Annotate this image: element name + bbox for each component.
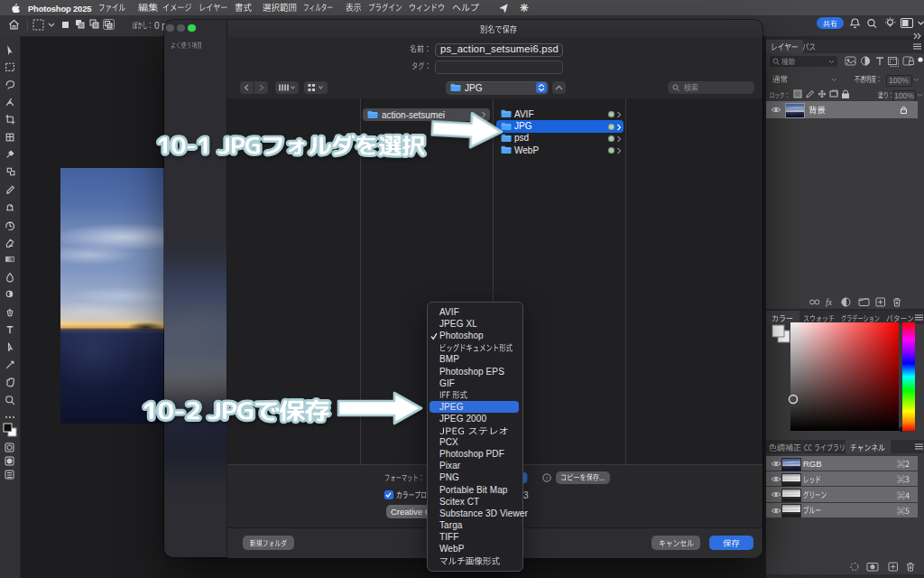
svg-text:i: i (546, 474, 548, 480)
svg-text:fx: fx (826, 297, 833, 307)
